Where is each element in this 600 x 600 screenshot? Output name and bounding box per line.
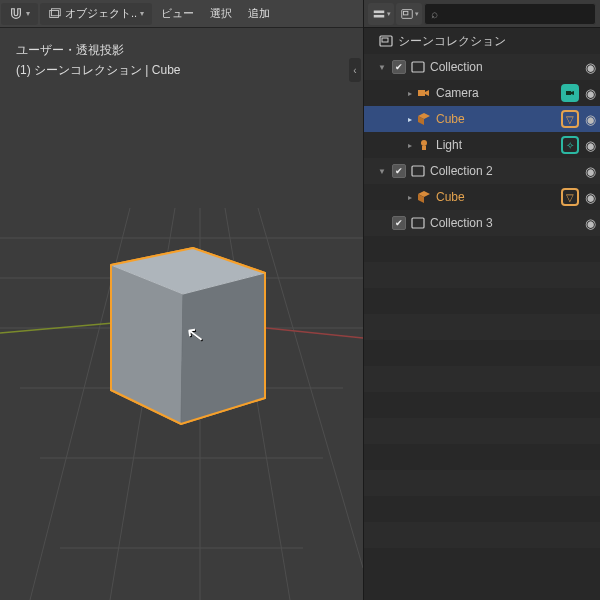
collection-icon — [410, 215, 426, 231]
light-data-icon[interactable]: ✧ — [561, 136, 579, 154]
collection-checkbox[interactable] — [392, 216, 406, 230]
mesh-data-icon[interactable]: ▽ — [561, 110, 579, 128]
row-label: Camera — [432, 86, 557, 100]
outliner-empty-row — [364, 366, 600, 392]
collection-icon — [410, 163, 426, 179]
outliner-search[interactable]: ⌕ — [424, 3, 596, 25]
outliner-empty-row — [364, 444, 600, 470]
row-label: Cube — [432, 190, 557, 204]
disclose-icon[interactable]: ▼ — [376, 167, 388, 176]
svg-point-27 — [421, 140, 427, 146]
outliner-row-collection-2[interactable]: ▼ Collection 2 ◉ — [364, 158, 600, 184]
outliner-root[interactable]: シーンコレクション — [364, 28, 600, 54]
mesh-icon — [416, 189, 432, 205]
mesh-data-icon[interactable]: ▽ — [561, 188, 579, 206]
svg-rect-21 — [373, 14, 384, 17]
svg-rect-30 — [412, 218, 424, 228]
header-view-menu[interactable]: ビュー — [153, 6, 202, 21]
svg-rect-20 — [373, 10, 384, 13]
outliner-row-light[interactable]: ▸ Light ✧ ◉ — [364, 132, 600, 158]
disclose-icon[interactable]: ▼ — [376, 63, 388, 72]
header-select-menu[interactable]: 選択 — [202, 6, 240, 21]
eye-icon[interactable]: ◉ — [585, 138, 596, 153]
outliner-row-collection[interactable]: ▼ Collection ◉ — [364, 54, 600, 80]
viewport-3d[interactable]: ▾ オブジェクト.. ▾ ビュー 選択 追加 — [0, 0, 363, 600]
outliner-empty-row — [364, 340, 600, 366]
svg-rect-28 — [422, 146, 426, 150]
outliner-row-camera[interactable]: ▸ Camera ◉ — [364, 80, 600, 106]
row-label: Collection 2 — [426, 164, 581, 178]
filter-dropdown[interactable]: ▾ — [396, 3, 422, 25]
light-icon — [416, 137, 432, 153]
object-mode-icon — [48, 7, 62, 21]
outliner-empty-row — [364, 548, 600, 574]
row-label: Collection — [426, 60, 581, 74]
outliner-empty-row — [364, 262, 600, 288]
display-mode-dropdown[interactable]: ▾ — [368, 3, 394, 25]
svg-rect-23 — [403, 11, 407, 15]
collection-icon — [400, 7, 414, 21]
outliner-empty-row — [364, 470, 600, 496]
outliner-tree[interactable]: シーンコレクション ▼ Collection ◉ ▸ Camera ◉ ▸ Cu… — [364, 28, 600, 574]
viewport-canvas[interactable] — [0, 28, 363, 600]
outliner-row-collection-3[interactable]: ▼ Collection 3 ◉ — [364, 210, 600, 236]
eye-icon[interactable]: ◉ — [585, 190, 596, 205]
camera-data-icon[interactable] — [561, 84, 579, 102]
mode-selector[interactable]: オブジェクト.. ▾ — [40, 3, 152, 25]
outliner-row-cube-active[interactable]: ▸ Cube ▽ ◉ — [364, 106, 600, 132]
sidebar-toggle[interactable]: ‹ — [349, 58, 361, 82]
outliner-empty-row — [364, 418, 600, 444]
row-label: Light — [432, 138, 557, 152]
svg-rect-26 — [412, 62, 424, 72]
outliner-empty-row — [364, 236, 600, 262]
eye-icon[interactable]: ◉ — [585, 112, 596, 127]
outliner-empty-row — [364, 392, 600, 418]
outliner-empty-row — [364, 288, 600, 314]
disclose-icon[interactable]: ▸ — [404, 115, 416, 124]
interaction-mode-dropdown[interactable]: ▾ — [1, 3, 38, 25]
svg-rect-25 — [382, 38, 388, 42]
view-layer-icon — [372, 7, 386, 21]
viewport-header: ▾ オブジェクト.. ▾ ビュー 選択 追加 — [0, 0, 363, 28]
outliner-header: ▾ ▾ ⌕ — [364, 0, 600, 28]
eye-icon[interactable]: ◉ — [585, 216, 596, 231]
outliner-root-label: シーンコレクション — [394, 33, 596, 50]
eye-icon[interactable]: ◉ — [585, 60, 596, 75]
svg-rect-29 — [412, 166, 424, 176]
disclose-icon[interactable]: ▸ — [404, 89, 416, 98]
outliner-empty-row — [364, 522, 600, 548]
collection-checkbox[interactable] — [392, 60, 406, 74]
magnet-icon — [9, 7, 23, 21]
outliner-row-cube-linked[interactable]: ▸ Cube ▽ ◉ — [364, 184, 600, 210]
eye-icon[interactable]: ◉ — [585, 164, 596, 179]
collection-icon — [410, 59, 426, 75]
scene-collection-icon — [378, 33, 394, 49]
outliner-search-input[interactable] — [441, 8, 589, 20]
header-add-menu[interactable]: 追加 — [240, 6, 278, 21]
selected-cube[interactable] — [111, 248, 265, 424]
collection-checkbox[interactable] — [392, 164, 406, 178]
outliner-empty-row — [364, 314, 600, 340]
row-label: Cube — [432, 112, 557, 126]
search-icon: ⌕ — [431, 7, 438, 21]
disclose-icon[interactable]: ▸ — [404, 193, 416, 202]
outliner-panel: ▾ ▾ ⌕ シーンコレクション ▼ Collection ◉ ▸ — [363, 0, 600, 600]
eye-icon[interactable]: ◉ — [585, 86, 596, 101]
camera-icon — [416, 85, 432, 101]
row-label: Collection 3 — [426, 216, 581, 230]
mode-selector-label: オブジェクト.. — [65, 6, 137, 21]
outliner-empty-row — [364, 496, 600, 522]
disclose-icon[interactable]: ▸ — [404, 141, 416, 150]
mesh-icon — [416, 111, 432, 127]
